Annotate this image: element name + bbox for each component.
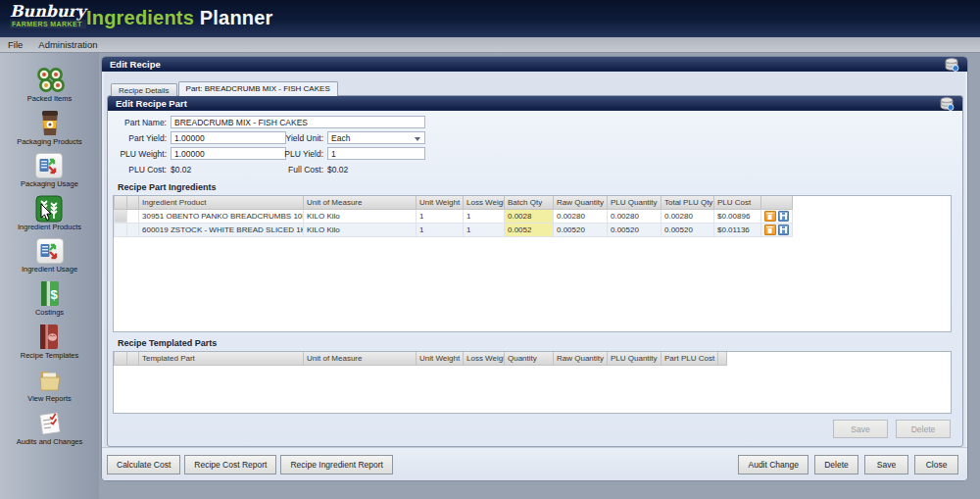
part-save-button[interactable]: Save — [833, 420, 888, 438]
part-name-input[interactable] — [171, 116, 425, 128]
col-loss-weight[interactable]: Loss Weight — [464, 196, 505, 209]
sidebar-item-label: View Reports — [27, 395, 71, 403]
part-delete-button[interactable]: Delete — [896, 420, 951, 438]
col-total-plu-qty[interactable]: Total PLU Qty — [662, 196, 714, 209]
sidebar-item-label: Ingredient Usage — [22, 266, 77, 274]
row-selector-header — [115, 352, 127, 365]
sidebar-item-packaging-usage[interactable]: Packaging Usage — [21, 153, 78, 188]
cell-ingredient-product: 600019 ZSTOCK - WHITE BREAD SLICED 1KG — [139, 223, 304, 236]
sidebar-item-view-reports[interactable]: View Reports — [27, 367, 71, 403]
col-unit-weight[interactable]: Unit Weight — [416, 196, 464, 209]
col-quantity[interactable]: Quantity — [505, 352, 554, 365]
menu-administration[interactable]: Administration — [30, 37, 105, 52]
plu-weight-row: PLU Weight: PLU Yield: — [108, 147, 951, 161]
part-name-row: Part Name: — [108, 116, 951, 129]
save-button[interactable]: Save — [864, 455, 908, 474]
cell-batch-qty[interactable]: 0.0028 — [505, 209, 554, 223]
row-selector-header — [115, 196, 127, 209]
wheat-icon — [32, 195, 66, 222]
col-plu-quantity[interactable]: PLU Quantity — [608, 352, 662, 365]
cell-total-plu-qty: 0.00280 — [662, 209, 714, 223]
ingredient-row[interactable]: 600019 ZSTOCK - WHITE BREAD SLICED 1KG K… — [115, 223, 793, 236]
window-footer: Calculate Cost Recipe Cost Report Recipe… — [102, 447, 967, 480]
edit-recipe-window: Edit Recipe Recipe Details Part: BREADCR… — [101, 56, 968, 481]
tab-recipe-details[interactable]: Recipe Details — [111, 83, 177, 96]
edit-recipe-title: Edit Recipe — [110, 59, 161, 70]
save-row-button[interactable] — [778, 225, 790, 235]
col-trailing — [718, 352, 727, 365]
edit-recipe-part-titlebar: Edit Recipe Part — [108, 96, 962, 111]
calculate-cost-button[interactable]: Calculate Cost — [107, 455, 180, 474]
part-yield-label: Part Yield: — [110, 133, 167, 143]
trash-icon — [765, 225, 774, 234]
sidebar-item-packed-items[interactable]: Packed Items — [27, 67, 72, 103]
recipe-tabs: Recipe Details Part: BREADCRUMB MIX - FI… — [111, 81, 339, 96]
cell-loss-weight: 1 — [464, 223, 505, 236]
edit-recipe-part-panel: Edit Recipe Part Part Name: Part Yield: … — [107, 95, 963, 447]
recipe-ingredient-report-button[interactable]: Recipe Ingredient Report — [280, 455, 393, 474]
row-selector[interactable] — [115, 209, 127, 223]
sidebar-item-label: Packaging Products — [17, 138, 82, 146]
logo-script-text: Bunbury — [10, 3, 86, 20]
recipe-cost-report-button[interactable]: Recipe Cost Report — [184, 455, 276, 474]
col-unit-of-measure[interactable]: Unit of Measure — [304, 196, 416, 209]
footer-left-buttons: Calculate Cost Recipe Cost Report Recipe… — [107, 455, 393, 474]
svg-text:$: $ — [50, 287, 58, 302]
sidebar-item-audits-and-changes[interactable]: Audits and Changes — [17, 410, 83, 446]
close-button[interactable]: Close — [914, 455, 958, 474]
app-title-accent: Ingredients — [86, 7, 194, 28]
delete-row-button[interactable] — [764, 225, 776, 235]
col-plu-cost[interactable]: PLU Cost — [714, 196, 761, 209]
full-cost-value: $0.02 — [327, 165, 348, 175]
col-raw-quantity[interactable]: Raw Quantity — [554, 196, 608, 209]
sidebar-item-packaging-products[interactable]: Packaging Products — [17, 110, 82, 146]
col-plu-quantity[interactable]: PLU Quantity — [608, 196, 662, 209]
plu-yield-input[interactable] — [327, 147, 425, 160]
sidebar-item-ingredient-products[interactable]: Ingredient Products — [18, 195, 81, 231]
col-batch-qty[interactable]: Batch Qty — [505, 196, 554, 209]
trash-icon — [765, 212, 774, 221]
col-raw-quantity[interactable]: Raw Quantity — [554, 352, 608, 365]
cell-unit-weight: 1 — [416, 209, 464, 223]
database-info-icon[interactable] — [944, 58, 959, 72]
cell-plu-quantity: 0.00520 — [608, 223, 662, 236]
sidebar-item-label: Ingredient Products — [18, 224, 81, 231]
col-part-plu-cost[interactable]: Part PLU Cost — [662, 352, 718, 365]
disk-icon — [779, 225, 788, 234]
col-ingredient-product[interactable]: Ingredient Product — [139, 196, 304, 209]
logo-subtitle: FARMERS MARKET — [10, 20, 86, 28]
sidebar-item-costings[interactable]: $ Costings — [33, 280, 67, 317]
col-loss-weight[interactable]: Loss Weight — [464, 352, 505, 365]
delete-row-button[interactable] — [764, 211, 776, 222]
cell-actions — [761, 209, 793, 223]
coffee-cup-icon — [33, 110, 67, 136]
cell-actions — [761, 223, 793, 236]
database-info-icon[interactable] — [939, 97, 955, 111]
cell-unit-weight: 1 — [416, 223, 464, 236]
col-templated-part[interactable]: Templated Part — [139, 352, 304, 365]
folder-icon — [33, 367, 67, 393]
sidebar-item-recipe-templates[interactable]: Recipe Templates — [21, 324, 78, 360]
col-unit-weight[interactable]: Unit Weight — [416, 352, 464, 365]
col-unit-of-measure[interactable]: Unit of Measure — [304, 352, 416, 365]
row-selector[interactable] — [115, 223, 127, 236]
ingredient-row[interactable]: 30951 OBENTO PANKO BREADCRUMBS 10KG KILO… — [115, 209, 793, 223]
chevron-down-icon — [415, 137, 420, 141]
menu-file[interactable]: File — [0, 37, 30, 52]
menu-bar: File Administration — [0, 37, 980, 53]
cell-batch-qty[interactable]: 0.0052 — [505, 223, 554, 236]
disk-icon — [779, 212, 788, 221]
full-cost-label: Full Cost: — [267, 165, 323, 175]
sidebar-item-ingredient-usage[interactable]: Ingredient Usage — [22, 238, 77, 274]
sidebar-item-label: Packaging Usage — [21, 180, 78, 188]
delete-button[interactable]: Delete — [814, 455, 858, 474]
yield-unit-select[interactable]: Each — [327, 131, 425, 144]
cell-raw-quantity: 0.00520 — [554, 223, 608, 236]
tab-recipe-part[interactable]: Part: BREADCRUMB MIX - FISH CAKES — [178, 81, 338, 96]
audit-checklist-icon — [33, 410, 67, 436]
col-actions — [761, 196, 793, 209]
save-row-button[interactable] — [778, 211, 790, 222]
audit-change-button[interactable]: Audit Change — [738, 455, 808, 474]
usage-transfer-arrows-icon — [36, 238, 64, 264]
ingredients-section-title: Recipe Part Ingredients — [118, 182, 217, 192]
